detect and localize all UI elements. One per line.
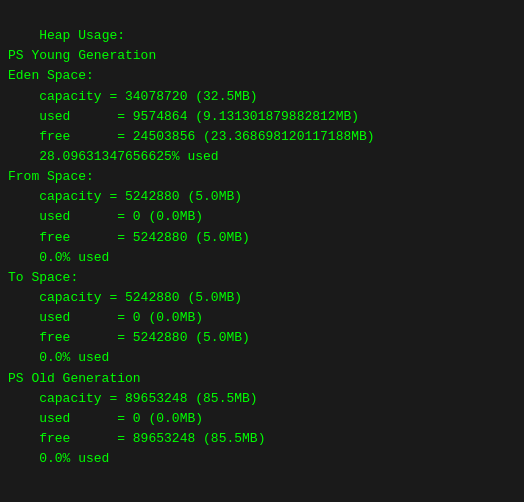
line-8: From Space: bbox=[8, 169, 94, 184]
line-18: PS Old Generation bbox=[8, 371, 141, 386]
line-13: To Space: bbox=[8, 270, 78, 285]
line-2: PS Young Generation bbox=[8, 48, 156, 63]
line-14: capacity = 5242880 (5.0MB) bbox=[8, 290, 242, 305]
line-4: capacity = 34078720 (32.5MB) bbox=[8, 89, 258, 104]
console-container: Heap Usage: PS Young Generation Eden Spa… bbox=[8, 6, 516, 502]
line-19: capacity = 89653248 (85.5MB) bbox=[8, 391, 258, 406]
line-11: free = 5242880 (5.0MB) bbox=[8, 230, 250, 245]
line-10: used = 0 (0.0MB) bbox=[8, 209, 203, 224]
line-6: free = 24503856 (23.368698120117188MB) bbox=[8, 129, 375, 144]
line-5: used = 9574864 (9.131301879882812MB) bbox=[8, 109, 359, 124]
line-17: 0.0% used bbox=[8, 350, 109, 365]
line-3: Eden Space: bbox=[8, 68, 94, 83]
line-16: free = 5242880 (5.0MB) bbox=[8, 330, 250, 345]
line-1: Heap Usage: bbox=[39, 28, 125, 43]
line-12: 0.0% used bbox=[8, 250, 109, 265]
line-20: used = 0 (0.0MB) bbox=[8, 411, 203, 426]
line-9: capacity = 5242880 (5.0MB) bbox=[8, 189, 242, 204]
line-21: free = 89653248 (85.5MB) bbox=[8, 431, 265, 446]
console-output: Heap Usage: PS Young Generation Eden Spa… bbox=[8, 6, 516, 502]
line-7: 28.09631347656625% used bbox=[8, 149, 219, 164]
line-15: used = 0 (0.0MB) bbox=[8, 310, 203, 325]
line-22: 0.0% used bbox=[8, 451, 109, 466]
